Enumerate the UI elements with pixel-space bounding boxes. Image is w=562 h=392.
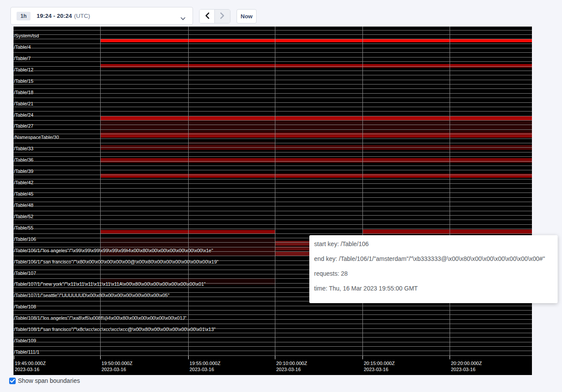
axis-tick (188, 356, 189, 359)
span-boundary-line (14, 183, 532, 184)
chevron-right-icon (220, 12, 225, 20)
x-axis-label: 19:45:00.000Z2023-03-16 (15, 360, 46, 372)
check-icon (10, 377, 15, 385)
axis-tick (275, 356, 275, 359)
key-visualizer-canvas[interactable]: /System/tsd/Table/4/Table/7/Table/12/Tab… (14, 27, 532, 375)
x-axis-time: 20:15:00.000Z (364, 360, 395, 366)
row-label: /Table/106/1/"los angeles"/"\x99\x99\x99… (14, 248, 213, 253)
activity-band (362, 230, 532, 233)
span-boundary-line (14, 134, 532, 134)
row-label: /Table/108/1/"los angeles"/"\xa8\xf5\u00… (14, 315, 186, 321)
span-boundary-line (14, 351, 532, 351)
axis-tick (450, 356, 450, 359)
span-boundary-line (14, 233, 532, 234)
row-label: /Table/24 (14, 112, 34, 118)
span-boundary-line (14, 324, 532, 324)
span-boundary-line (14, 342, 532, 342)
span-boundary-line (14, 57, 532, 57)
span-boundary-line (14, 337, 532, 338)
time-range-text: 19:24 - 20:24 (37, 13, 72, 19)
span-boundary-line (14, 52, 532, 53)
span-boundary-line (14, 34, 532, 35)
row-label: /Table/4 (14, 44, 31, 50)
time-gridline (188, 27, 189, 356)
x-axis-date: 2023-03-16 (451, 366, 482, 372)
row-label: /Table/106/1/"san francisco"/"\x80\x00\x… (14, 259, 219, 265)
span-boundary-line (14, 333, 532, 333)
now-button[interactable]: Now (237, 9, 257, 24)
x-axis-label: 20:15:00.000Z2023-03-16 (364, 360, 395, 372)
activity-band (100, 64, 532, 68)
x-axis-label: 20:10:00.000Z2023-03-16 (276, 360, 307, 372)
span-boundary-line (14, 39, 532, 39)
span-boundary-line (14, 139, 532, 139)
span-boundary-line (14, 156, 532, 157)
span-boundary-line (14, 202, 532, 202)
x-axis-label: 19:55:00.000Z2023-03-16 (190, 360, 220, 372)
span-boundary-line (14, 120, 532, 121)
span-boundary-line (14, 188, 532, 189)
x-axis-label: 19:50:00.000Z2023-03-16 (102, 360, 132, 372)
row-label: /Table/107/1/"new york"/"\x11\x11\x11\x1… (14, 281, 206, 287)
tooltip-end-key: end key: /Table/106/1/"amsterdam"/"\xb33… (314, 251, 552, 266)
span-boundary-line (14, 61, 532, 62)
span-boundary-line (14, 206, 532, 206)
activity-band (100, 121, 532, 133)
span-boundary-line (14, 161, 532, 162)
span-boundary-line (14, 175, 532, 175)
row-label: /Table/7 (14, 56, 31, 61)
span-boundary-line (14, 75, 532, 75)
span-boundary-line (14, 152, 532, 152)
row-label: /Table/108/1/"san francisco"/"\x8c\xcc\x… (14, 327, 216, 332)
tooltip-time: time: Thu, 16 Mar 2023 19:55:00 GMT (314, 281, 552, 296)
row-label: /Table/109 (14, 338, 36, 344)
x-axis-time: 19:55:00.000Z (190, 360, 220, 366)
span-boundary-line (14, 310, 532, 311)
row-label: /NamespaceTable/30 (14, 135, 59, 140)
time-range-selector[interactable]: 1h 19:24 - 20:24 (UTC) (10, 7, 193, 25)
span-boundary-line (14, 215, 532, 216)
x-axis-time: 19:50:00.000Z (102, 360, 132, 366)
row-label: /Table/36 (14, 157, 34, 163)
row-label: /Table/111/1 (14, 349, 39, 355)
x-axis-date: 2023-03-16 (276, 366, 307, 372)
time-gridline (275, 27, 275, 356)
axis-tick (100, 356, 101, 359)
span-boundary-line (14, 107, 532, 107)
span-boundary-line (14, 48, 532, 48)
row-label: /Table/39 (14, 169, 34, 174)
time-gridline (362, 27, 363, 356)
x-axis-date: 2023-03-16 (15, 366, 46, 372)
x-axis-date: 2023-03-16 (102, 366, 132, 372)
span-boundary-line (14, 102, 532, 103)
show-span-boundaries-label[interactable]: Show span boundaries (18, 377, 80, 384)
axis-tick (362, 356, 363, 359)
span-boundary-line (14, 147, 532, 148)
row-label: /Table/48 (14, 203, 34, 208)
span-boundary-line (14, 111, 532, 112)
x-axis-date: 2023-03-16 (364, 366, 395, 372)
span-boundary-line (14, 170, 532, 170)
time-gridline (450, 27, 450, 356)
span-boundary-line (14, 197, 532, 198)
row-label: /Table/52 (14, 214, 34, 220)
axis-tick (14, 356, 14, 359)
span-boundary-line (14, 179, 532, 179)
x-axis-label: 20:20:00.000Z2023-03-16 (451, 360, 482, 372)
time-range-preset-badge: 1h (17, 12, 30, 20)
time-range-nav-group (199, 9, 230, 24)
span-boundary-line (14, 98, 532, 98)
chevron-left-icon (205, 12, 210, 20)
span-boundary-line (14, 355, 532, 356)
row-label: /Table/106 (14, 237, 36, 242)
show-span-boundaries-checkbox[interactable] (9, 378, 16, 384)
activity-band (100, 158, 532, 162)
span-boundary-line (14, 306, 532, 306)
span-boundary-line (14, 84, 532, 84)
span-boundary-line (14, 44, 532, 44)
prev-range-button[interactable] (200, 10, 215, 23)
next-range-button[interactable] (215, 10, 230, 23)
span-boundary-line (14, 143, 532, 143)
row-label: /System/tsd (14, 33, 39, 39)
row-label: /Table/18 (14, 90, 34, 95)
